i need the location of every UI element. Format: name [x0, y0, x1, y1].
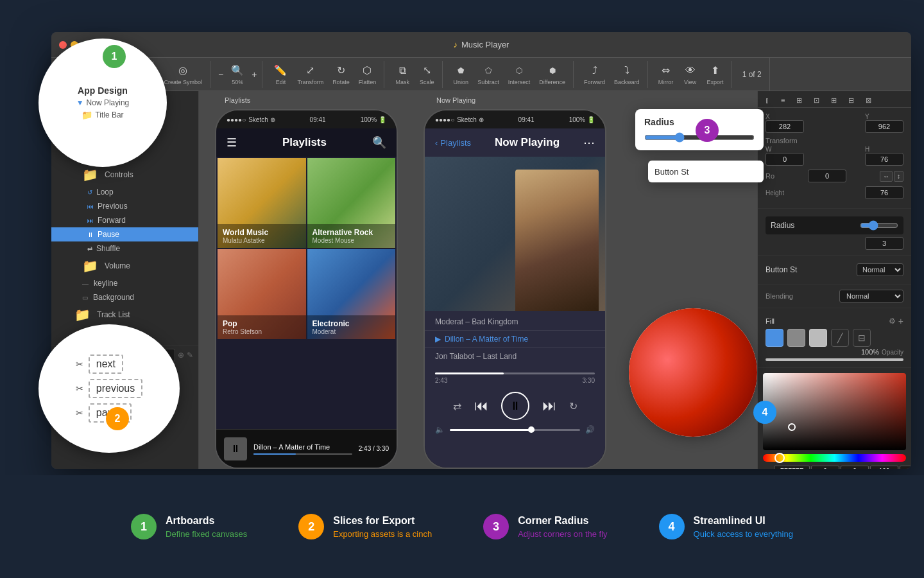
b-input[interactable]: [870, 466, 898, 469]
transform-button[interactable]: ⤢ Transform: [293, 61, 327, 88]
button-style-popup: Button St: [648, 161, 764, 182]
sidebar-item-shuffle[interactable]: ⇄ Shuffle: [51, 241, 198, 256]
intersect-button[interactable]: ⬡ Intersect: [504, 61, 535, 88]
fill-swatch-light-gray[interactable]: [809, 329, 827, 347]
filter-add-icon[interactable]: ⊕: [178, 351, 184, 360]
back-button[interactable]: ‹ Playlists: [435, 138, 471, 148]
close-button[interactable]: [59, 41, 67, 49]
sidebar-item-track-list[interactable]: 📁 Track List: [51, 304, 198, 325]
zoom-minus[interactable]: −: [218, 69, 223, 80]
filter-options-icon[interactable]: ✎: [187, 351, 193, 360]
sidebar-item-loop[interactable]: ↺ Loop: [51, 185, 198, 199]
fill-add-icon[interactable]: +: [898, 316, 903, 326]
playlist-item-alt-rock[interactable]: Alternative Rock Modest Mouse: [307, 158, 396, 248]
fill-controls: ⚙ +: [889, 316, 903, 326]
export-button[interactable]: ⬆ Export: [703, 61, 728, 88]
forward-button[interactable]: ⤴ Forward: [580, 61, 609, 88]
play-pause-button[interactable]: ⏸: [501, 392, 529, 420]
difference-button[interactable]: ⬢ Difference: [535, 61, 569, 88]
playlist-item-electronic[interactable]: Electronic Moderat: [307, 249, 396, 339]
sidebar-item-pause[interactable]: ⏸ Pause: [51, 227, 198, 241]
s-input[interactable]: [841, 466, 869, 469]
h-input[interactable]: [811, 466, 839, 469]
backward-button[interactable]: ⤵ Backward: [610, 61, 644, 88]
repeat-btn[interactable]: ↻: [569, 400, 578, 412]
progress-bar[interactable]: [435, 372, 595, 374]
subtract-button[interactable]: ⬠ Subtract: [474, 61, 503, 88]
blending-select[interactable]: Normal Multiply Screen Overlay: [839, 290, 903, 302]
rewind-button[interactable]: ⏮: [474, 398, 488, 414]
zoom-button[interactable]: 🔍 50%: [226, 61, 249, 88]
fill-title: Fill: [766, 317, 774, 325]
union-button[interactable]: ⬟ Union: [449, 61, 472, 88]
flip-h-button[interactable]: ↔: [880, 171, 893, 182]
fill-pattern-btn-2[interactable]: ⊟: [853, 329, 871, 347]
size-row: W H: [766, 146, 903, 166]
fill-settings-icon[interactable]: ⚙: [889, 317, 896, 326]
tab-align[interactable]: ⫿: [760, 94, 774, 107]
tab-anchor[interactable]: ⊠: [860, 94, 877, 107]
rotation-input[interactable]: [808, 170, 846, 182]
fill-swatch-blue[interactable]: [766, 329, 783, 347]
previous-label: previous: [96, 383, 135, 394]
view-button[interactable]: 👁 View: [679, 61, 702, 88]
rotate-button[interactable]: ↻ Rotate: [329, 61, 354, 88]
playlist-name: Electronic: [312, 319, 391, 328]
sidebar-item-previous[interactable]: ⏮ Previous: [51, 199, 198, 213]
sidebar-item-controls[interactable]: 📁 Controls: [51, 164, 198, 185]
menu-icon[interactable]: ☰: [227, 136, 237, 150]
playlist-item-pop[interactable]: Pop Retro Stefson: [218, 249, 306, 339]
feature-text-2: Slices for Export Exporting assets is a …: [333, 515, 432, 539]
hue-thumb: [774, 453, 785, 463]
edit-button[interactable]: ✏️ Edit: [269, 61, 292, 88]
flip-v-button[interactable]: ↕: [894, 171, 903, 182]
mirror-button[interactable]: ⇔ Mirror: [654, 61, 678, 88]
sidebar-item-forward[interactable]: ⏭ Forward: [51, 213, 198, 227]
canvas-label-now-playing: Now Playing: [436, 96, 475, 104]
more-icon[interactable]: ⋯: [583, 136, 595, 150]
radius-value-input[interactable]: [865, 237, 903, 250]
playlist-item-world-music[interactable]: World Music Mulatu Astatke: [218, 158, 306, 248]
sidebar-item-background[interactable]: ▭ Background: [51, 290, 198, 304]
hex-input[interactable]: [774, 466, 810, 469]
pause-icon[interactable]: ⏸: [230, 443, 241, 455]
a-input[interactable]: [900, 466, 911, 469]
width-input[interactable]: [766, 153, 804, 166]
mask-button[interactable]: ⧉ Mask: [391, 61, 414, 88]
track-row-playing[interactable]: ▶ Dillon – A Matter of Time: [425, 331, 605, 348]
height-detail-input[interactable]: [865, 186, 903, 199]
folder-icon: 📁: [82, 258, 98, 274]
flatten-button[interactable]: ⬡ Flatten: [355, 61, 381, 88]
zoom-plus[interactable]: +: [252, 69, 257, 80]
tab-grid2[interactable]: ⊡: [809, 94, 825, 107]
track-row[interactable]: Jon Talabot – Last Land: [425, 348, 605, 365]
search-icon[interactable]: 🔍: [372, 136, 386, 150]
track-row[interactable]: Moderat – Bad Kingdom: [425, 313, 605, 331]
create-symbol-button[interactable]: ◎ Create Symbol: [160, 61, 207, 88]
fill-swatch-gray[interactable]: [787, 329, 805, 347]
button-style-select[interactable]: Normal Selected Pressed: [857, 263, 903, 276]
fast-forward-button[interactable]: ⏭: [542, 398, 556, 414]
window-title: Music Player: [454, 40, 509, 49]
volume-bar[interactable]: [450, 429, 580, 431]
progress-times: 2:43 3:30: [435, 377, 595, 384]
tab-spacer[interactable]: ⊟: [843, 94, 859, 107]
color-spectrum[interactable]: [763, 373, 906, 450]
artwork-background: [425, 157, 605, 311]
tab-list[interactable]: ≡: [776, 94, 790, 107]
sidebar-item-volume[interactable]: 📁 Volume: [51, 256, 198, 276]
x-input[interactable]: [766, 120, 804, 133]
scale-button[interactable]: ⤡ Scale: [415, 61, 438, 88]
next-label: next: [96, 358, 116, 369]
color-hue-bar[interactable]: [763, 454, 906, 462]
shuffle-btn[interactable]: ⇄: [453, 400, 461, 412]
feature-badge-2: 2: [298, 514, 324, 539]
tab-grid[interactable]: ⊞: [791, 94, 807, 107]
radius-slider[interactable]: [860, 220, 898, 231]
fill-pattern-btn-1[interactable]: ╱: [831, 329, 849, 347]
y-input[interactable]: [865, 120, 903, 133]
height-input[interactable]: [865, 153, 903, 166]
tab-grid3[interactable]: ⊞: [826, 94, 842, 107]
sidebar-item-keyline[interactable]: — keyline: [51, 276, 198, 290]
flatten-icon: ⬡: [360, 64, 374, 78]
